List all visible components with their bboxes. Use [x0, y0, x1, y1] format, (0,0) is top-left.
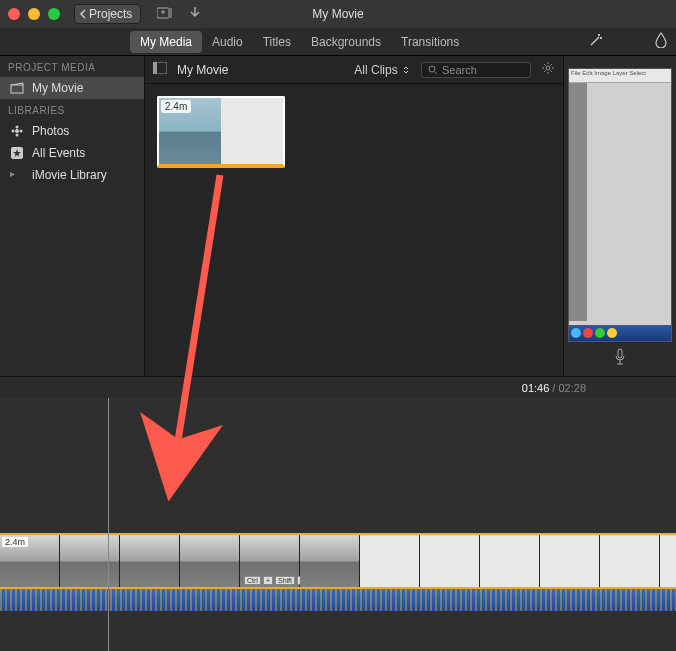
search-icon: [428, 65, 438, 75]
timeline[interactable]: 2.4m Ctrl+Shift+S: [0, 398, 676, 651]
media-clip-thumbnail[interactable]: 2.4m: [157, 96, 285, 168]
sidebar-section-libraries: LIBRARIES: [0, 99, 144, 120]
timeline-frame[interactable]: [480, 535, 540, 587]
sidebar-item-all-events[interactable]: All Events: [0, 142, 144, 164]
sidebar-library-label: iMovie Library: [32, 168, 107, 182]
svg-rect-9: [153, 62, 157, 74]
color-drop-icon[interactable]: [654, 32, 668, 52]
media-browser: My Movie All Clips Search 2.4m: [145, 56, 563, 376]
timeline-frame[interactable]: [660, 535, 676, 587]
timeline-frame[interactable]: [420, 535, 480, 587]
clip-filter-dropdown[interactable]: All Clips: [354, 63, 411, 77]
sidebar-all-events-label: All Events: [32, 146, 85, 160]
settings-gear-icon[interactable]: [541, 61, 555, 79]
window-controls: [8, 8, 60, 20]
photos-flower-icon: [10, 124, 24, 138]
playhead[interactable]: [108, 398, 109, 651]
svg-rect-1: [11, 85, 23, 93]
updown-caret-icon: [401, 65, 411, 75]
enhance-wand-icon[interactable]: [588, 32, 604, 51]
preview-menubar: File Edit Image Layer Select: [569, 69, 671, 83]
svg-point-4: [16, 134, 19, 137]
preview-toolbox: [569, 83, 587, 321]
search-placeholder: Search: [442, 64, 477, 76]
audio-strip[interactable]: [0, 589, 676, 611]
preview-monitor[interactable]: File Edit Image Layer Select: [568, 68, 672, 342]
timeline-frame[interactable]: [540, 535, 600, 587]
media-tabs: My Media Audio Titles Backgrounds Transi…: [0, 28, 676, 56]
current-time: 01:46: [522, 382, 550, 394]
preview-taskbar: [569, 325, 671, 341]
svg-point-2: [15, 129, 19, 133]
timeline-frame[interactable]: [300, 535, 360, 587]
star-box-icon: [10, 146, 24, 160]
tab-my-media[interactable]: My Media: [130, 31, 202, 53]
minimize-window-button[interactable]: [28, 8, 40, 20]
tab-backgrounds[interactable]: Backgrounds: [301, 31, 391, 53]
svg-point-3: [16, 126, 19, 129]
timeline-frame[interactable]: [600, 535, 660, 587]
svg-point-11: [546, 66, 550, 70]
timeline-frame[interactable]: [180, 535, 240, 587]
sidebar-section-project-media: PROJECT MEDIA: [0, 56, 144, 77]
sidebar-item-project[interactable]: My Movie: [0, 77, 144, 99]
svg-point-10: [429, 66, 435, 72]
back-to-projects-button[interactable]: Projects: [74, 4, 141, 24]
back-label: Projects: [89, 7, 132, 21]
main-area: PROJECT MEDIA My Movie LIBRARIES Photos …: [0, 56, 676, 376]
sidebar-item-imovie-library[interactable]: ▸ iMovie Library: [0, 164, 144, 186]
clapperboard-icon: [10, 81, 24, 95]
browser-title: My Movie: [177, 63, 228, 77]
tab-transitions[interactable]: Transitions: [391, 31, 469, 53]
frame-duration-badge: 2.4m: [2, 537, 28, 547]
timeline-frame[interactable]: [60, 535, 120, 587]
svg-rect-12: [618, 349, 622, 358]
title-bar: Projects My Movie: [0, 0, 676, 28]
chevron-right-icon: ▸: [10, 168, 24, 182]
svg-point-5: [12, 130, 15, 133]
voiceover-mic-icon[interactable]: [564, 342, 676, 376]
video-strip[interactable]: 2.4m Ctrl+Shift+S: [0, 533, 676, 589]
clip-duration-badge: 2.4m: [161, 100, 191, 113]
timecode-display: 01:46 / 02:28: [0, 376, 676, 398]
timeline-frame[interactable]: 2.4m: [0, 535, 60, 587]
timeline-frame[interactable]: Ctrl+Shift+S: [240, 535, 300, 587]
sidebar-project-label: My Movie: [32, 81, 83, 95]
window-title: My Movie: [312, 7, 363, 21]
tab-titles[interactable]: Titles: [253, 31, 301, 53]
clip-area[interactable]: 2.4m: [145, 84, 563, 376]
total-time: / 02:28: [549, 382, 586, 394]
timeline-track[interactable]: 2.4m Ctrl+Shift+S: [0, 533, 676, 611]
sidebar: PROJECT MEDIA My Movie LIBRARIES Photos …: [0, 56, 145, 376]
sidebar-photos-label: Photos: [32, 124, 69, 138]
sidebar-item-photos[interactable]: Photos: [0, 120, 144, 142]
download-icon[interactable]: [189, 6, 201, 23]
timeline-frame[interactable]: [360, 535, 420, 587]
preview-panel: File Edit Image Layer Select: [563, 56, 676, 376]
timeline-frame[interactable]: [120, 535, 180, 587]
chevron-left-icon: [79, 9, 87, 19]
browser-header: My Movie All Clips Search: [145, 56, 563, 84]
svg-point-6: [20, 130, 23, 133]
tab-audio[interactable]: Audio: [202, 31, 253, 53]
import-media-icon[interactable]: [157, 6, 175, 23]
search-field[interactable]: Search: [421, 62, 531, 78]
close-window-button[interactable]: [8, 8, 20, 20]
zoom-window-button[interactable]: [48, 8, 60, 20]
sidebar-toggle-icon[interactable]: [153, 62, 167, 77]
